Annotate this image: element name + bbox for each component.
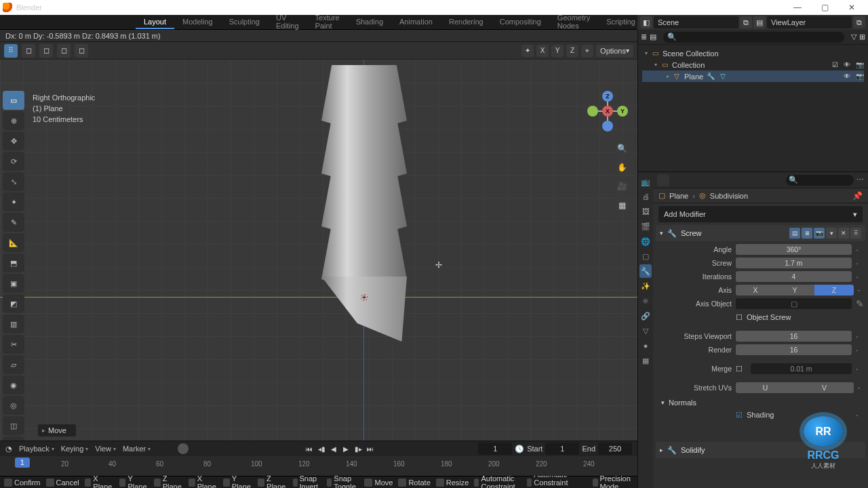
persp-icon[interactable]: ▦	[614, 198, 629, 213]
tool-edge[interactable]: ◫	[3, 416, 24, 435]
ptab-material[interactable]: ●	[639, 339, 652, 352]
tab-shading[interactable]: Shading	[348, 15, 391, 29]
current-frame-field[interactable]: 1	[478, 443, 512, 455]
tool-spin[interactable]: ◉	[3, 375, 24, 394]
ptab-output[interactable]: 🖨	[639, 190, 652, 203]
mod-edit-icon[interactable]: 🖥	[802, 228, 812, 239]
props-options-icon[interactable]: ⋯	[856, 176, 864, 184]
ptab-object[interactable]: ▢	[639, 249, 652, 263]
steps-viewport-field[interactable]: 16	[736, 331, 852, 342]
timeline-keying[interactable]: Keying	[61, 445, 89, 453]
props-search[interactable]: 🔍	[786, 175, 854, 186]
ptab-world[interactable]: 🌐	[639, 235, 652, 248]
jump-end-icon[interactable]: ⏭	[365, 443, 376, 454]
tool-extrude[interactable]: ⬒	[3, 253, 24, 272]
snap-icon[interactable]: ✦	[521, 45, 534, 57]
tool-transform[interactable]: ✦	[3, 192, 24, 211]
axis-object-field[interactable]: ▢	[736, 298, 852, 309]
steps-render-field[interactable]: 16	[736, 344, 852, 355]
gizmo-y-icon[interactable]: Y	[617, 106, 628, 117]
tool-cursor[interactable]: ⊕	[3, 111, 24, 130]
outliner-search[interactable]: 🔍	[663, 32, 844, 43]
tab-texpaint[interactable]: Texture Paint	[307, 15, 348, 29]
disclosure-icon[interactable]: ▸	[667, 73, 669, 79]
jump-start-icon[interactable]: ⏮	[304, 443, 315, 454]
ptab-physics[interactable]: ⚛	[639, 294, 652, 308]
ptab-particles[interactable]: ✨	[639, 279, 652, 293]
tool-measure[interactable]: 📐	[3, 233, 24, 252]
viewlayer-icon[interactable]: ▤	[753, 16, 766, 28]
last-operator-panel[interactable]: Move	[38, 424, 76, 436]
tool-knife[interactable]: ✂	[3, 335, 24, 354]
tab-compositing[interactable]: Compositing	[492, 15, 549, 29]
mod-delete-icon[interactable]: ✕	[838, 228, 849, 239]
tab-modeling[interactable]: Modeling	[174, 15, 221, 29]
axis-z-btn[interactable]: Z	[814, 285, 854, 296]
ptab-mesh[interactable]: ▽	[639, 324, 652, 338]
gizmo-z-icon[interactable]: Z	[602, 91, 613, 102]
tab-uv[interactable]: UV Editing	[268, 15, 307, 29]
ptab-render[interactable]: 📺	[639, 175, 652, 188]
tab-layout[interactable]: Layout	[136, 15, 174, 29]
select-mode-4[interactable]: ◻	[75, 44, 88, 58]
ptab-viewlayer[interactable]: 🖼	[639, 205, 652, 218]
gizmo-neg-z-icon[interactable]	[602, 121, 613, 131]
key-prev-icon[interactable]: ◂▮	[316, 443, 327, 454]
tool-smooth[interactable]: ◎	[3, 396, 24, 415]
ptab-scene[interactable]: 🎬	[639, 220, 652, 233]
add-modifier-dropdown[interactable]: Add Modifier▾	[658, 206, 863, 222]
eye-icon[interactable]: 👁	[844, 73, 850, 80]
playhead[interactable]: 1	[15, 458, 30, 468]
tool-bevel[interactable]: ◩	[3, 294, 24, 313]
tool-shrink[interactable]: ❖	[3, 436, 24, 441]
ptab-modifier[interactable]: 🔧	[639, 264, 652, 278]
angle-field[interactable]: 360°	[736, 244, 852, 255]
outliner-display-icon[interactable]: ▤	[650, 33, 656, 41]
tool-scale[interactable]: ⤡	[3, 172, 24, 191]
tab-scripting[interactable]: Scripting	[598, 15, 644, 29]
ptab-constraints[interactable]: 🔗	[639, 309, 652, 323]
select-mode-1[interactable]: ◻	[22, 44, 35, 58]
smooth-shading-checkbox[interactable]: ☑	[736, 411, 743, 420]
tab-rendering[interactable]: Rendering	[441, 15, 492, 29]
tool-move[interactable]: ✥	[3, 131, 24, 150]
exclude-icon[interactable]: ☑	[832, 61, 838, 68]
tool-select-box[interactable]: ▭	[3, 91, 24, 110]
scene-new-icon[interactable]: ⧉	[740, 16, 752, 28]
merge-checkbox[interactable]: ☐	[736, 365, 747, 373]
outliner-collection[interactable]: ▾ ▭ Collection ☑ 👁 📷	[642, 59, 864, 70]
axis-x-toggle[interactable]: X	[536, 45, 549, 57]
camera-icon[interactable]: 📷	[856, 61, 864, 68]
outliner-filter-icon[interactable]: ▽	[851, 33, 856, 41]
axis-y-btn[interactable]: Y	[775, 285, 814, 296]
play-icon[interactable]: ▶	[340, 443, 351, 454]
play-rev-icon[interactable]: ◀	[328, 443, 339, 454]
scene-field[interactable]: Scene	[654, 16, 738, 28]
select-mode-2[interactable]: ◻	[39, 44, 53, 58]
tool-inset[interactable]: ▣	[3, 274, 24, 293]
viewlayer-field[interactable]: ViewLayer	[767, 16, 852, 28]
mod-drag-icon[interactable]: ⠿	[850, 228, 861, 239]
pan-icon[interactable]: ✋	[614, 160, 629, 175]
navigation-gizmo[interactable]: Z X Y	[587, 91, 628, 131]
outliner-scene-collection[interactable]: ▾ ▭ Scene Collection	[642, 47, 864, 59]
tool-rotate[interactable]: ⟳	[3, 152, 24, 171]
options-dropdown[interactable]: Options ▾	[596, 45, 633, 57]
axis-x-btn[interactable]: X	[736, 285, 775, 296]
mod-extras-icon[interactable]: ▾	[826, 228, 837, 239]
gizmo-icon[interactable]: ⌖	[581, 45, 593, 57]
end-frame-field[interactable]: 250	[598, 443, 632, 455]
disclosure-icon[interactable]: ▾	[654, 62, 657, 68]
viewlayer-new-icon[interactable]: ⧉	[853, 16, 865, 28]
timeline-marker[interactable]: Marker	[123, 445, 151, 453]
key-next-icon[interactable]: ▮▸	[353, 443, 363, 454]
camera-icon[interactable]: 🎥	[614, 179, 629, 194]
tab-geonodes[interactable]: Geometry Nodes	[549, 15, 598, 29]
timeline-playback[interactable]: Playback	[19, 445, 54, 453]
stretch-u-btn[interactable]: U	[736, 382, 795, 393]
outliner-editor-icon[interactable]: ≣	[641, 33, 647, 41]
autokey-icon[interactable]	[178, 443, 189, 454]
axis-z-toggle[interactable]: Z	[566, 45, 578, 57]
eyedropper-icon[interactable]: ✎	[856, 298, 860, 309]
tab-animation[interactable]: Animation	[391, 15, 441, 29]
